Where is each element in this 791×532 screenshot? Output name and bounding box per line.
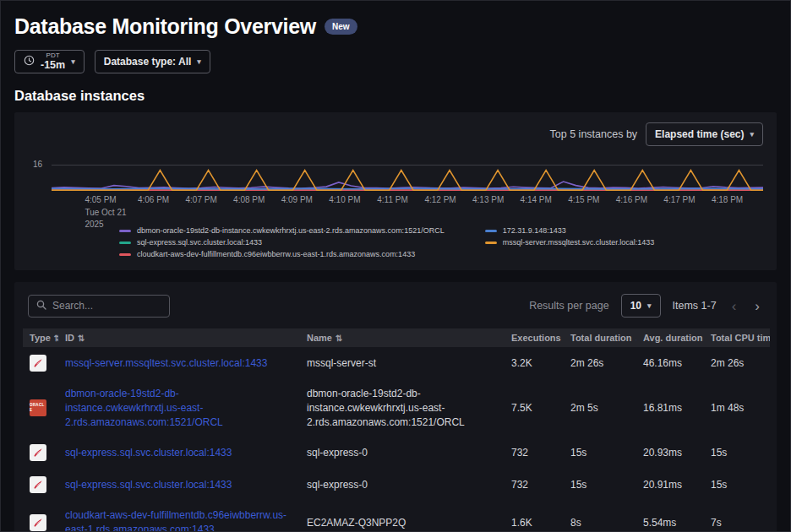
time-range-picker[interactable]: PDT -15m ▾ bbox=[14, 50, 85, 73]
column-header-executions[interactable]: Executions⇅ bbox=[505, 328, 564, 347]
cell-name: mssql-server-st bbox=[300, 347, 505, 379]
legend-swatch bbox=[485, 230, 497, 232]
legend-item[interactable]: sql-express.sql.svc.cluster.local:1433 bbox=[119, 238, 445, 247]
table-header-row: Type⇅ID⇅Name⇅Executions⇅Total duration↓A… bbox=[23, 328, 770, 347]
cell-total-cpu-time: 7s bbox=[704, 501, 770, 532]
legend-column-2: 172.31.9.148:1433mssql-server.mssqltest.… bbox=[485, 226, 655, 258]
chevron-down-icon: ▾ bbox=[750, 130, 754, 138]
sql-server-db-icon bbox=[30, 444, 46, 461]
x-tick: 4:07 PM bbox=[186, 194, 217, 207]
column-header-id[interactable]: ID⇅ bbox=[58, 328, 300, 347]
legend-item[interactable]: dbmon-oracle-19std2-db-instance.cwkewkrh… bbox=[119, 226, 445, 235]
x-tick-time: 4:16 PM bbox=[616, 194, 647, 207]
chart-plot-area[interactable] bbox=[52, 165, 763, 191]
table-toolbar: Results per page 10 ▾ Items 1-7 ‹ › bbox=[23, 292, 768, 318]
table-row: sql-express.sql.svc.cluster.local:1433sq… bbox=[23, 469, 770, 501]
metric-dropdown[interactable]: Elapsed time (sec) ▾ bbox=[646, 122, 763, 146]
x-tick: 4:14 PM bbox=[521, 194, 552, 207]
x-tick: 4:06 PM bbox=[138, 194, 169, 207]
previous-page-button[interactable]: ‹ bbox=[728, 299, 740, 313]
x-tick-date: 2025 bbox=[85, 219, 126, 231]
sort-icon: ⇅ bbox=[335, 334, 342, 343]
x-tick: 4:09 PM bbox=[281, 194, 313, 207]
cell-type bbox=[23, 469, 58, 501]
legend-label: mssql-server.mssqltest.svc.cluster.local… bbox=[503, 238, 655, 247]
instances-chart: 16 4:05 PMTue Oct 2120254:06 PM4:07 PM4:… bbox=[52, 165, 763, 226]
legend-label: cloudkart-aws-dev-fulfillmentdb.c96eiwbb… bbox=[137, 250, 415, 258]
chart-toolbar: Top 5 instances by Elapsed time (sec) ▾ bbox=[28, 122, 763, 146]
table-row: cloudkart-aws-dev-fulfillmentdb.c96eiwbb… bbox=[23, 501, 770, 532]
x-tick: 4:13 PM bbox=[472, 194, 504, 207]
x-tick: 4:18 PM bbox=[712, 194, 743, 207]
column-header-type[interactable]: Type⇅ bbox=[23, 328, 58, 347]
legend-swatch bbox=[119, 253, 131, 256]
column-header-name[interactable]: Name⇅ bbox=[300, 328, 505, 347]
chart-legend: dbmon-oracle-19std2-db-instance.cwkewkrh… bbox=[119, 226, 763, 258]
clock-icon bbox=[24, 55, 35, 68]
x-tick-time: 4:18 PM bbox=[712, 194, 743, 207]
page-header: Database Monitoring Overview New bbox=[14, 14, 777, 39]
legend-item[interactable]: cloudkart-aws-dev-fulfillmentdb.c96eiwbb… bbox=[119, 250, 445, 258]
instance-id-link[interactable]: sql-express.sql.svc.cluster.local:1433 bbox=[65, 479, 232, 491]
sort-icon: ⇅ bbox=[54, 334, 58, 343]
page-size-dropdown[interactable]: 10 ▾ bbox=[621, 294, 661, 318]
pagination-controls: Results per page 10 ▾ Items 1-7 ‹ › bbox=[529, 294, 763, 318]
instances-chart-svg bbox=[52, 166, 763, 191]
top5-label: Top 5 instances by bbox=[550, 128, 638, 140]
new-badge: New bbox=[325, 19, 357, 35]
instances-table-panel: Results per page 10 ▾ Items 1-7 ‹ › Type… bbox=[14, 282, 777, 532]
legend-column-1: dbmon-oracle-19std2-db-instance.cwkewkrh… bbox=[119, 226, 445, 258]
instance-id-link[interactable]: cloudkart-aws-dev-fulfillmentdb.c96eiwbb… bbox=[65, 509, 286, 532]
cell-name: sql-express-0 bbox=[300, 469, 505, 501]
chevron-down-icon: ▾ bbox=[71, 57, 75, 66]
x-tick-date: Tue Oct 21 bbox=[85, 207, 126, 220]
x-tick: 4:08 PM bbox=[233, 194, 265, 207]
column-header-total-duration[interactable]: Total duration↓ bbox=[564, 328, 636, 347]
cell-total-cpu-time: 15s bbox=[704, 469, 770, 501]
instances-table: Type⇅ID⇅Name⇅Executions⇅Total duration↓A… bbox=[23, 328, 770, 532]
search-input-wrapper[interactable] bbox=[28, 295, 170, 318]
legend-item[interactable]: 172.31.9.148:1433 bbox=[485, 226, 655, 235]
legend-swatch bbox=[485, 242, 497, 244]
instance-id-link[interactable]: dbmon-oracle-19std2-db-instance.cwkewkrh… bbox=[65, 388, 223, 428]
y-axis-tick: 16 bbox=[33, 160, 42, 169]
chevron-down-icon: ▾ bbox=[197, 57, 201, 66]
x-tick: 4:12 PM bbox=[424, 194, 456, 207]
next-page-button[interactable]: › bbox=[751, 299, 763, 313]
search-input[interactable] bbox=[52, 300, 161, 312]
x-tick: 4:10 PM bbox=[329, 194, 360, 207]
cell-avg-duration: 46.16ms bbox=[636, 347, 704, 379]
metric-dropdown-value: Elapsed time (sec) bbox=[655, 128, 744, 140]
database-type-dropdown[interactable]: Database type: All ▾ bbox=[95, 50, 210, 73]
cell-name: sql-express-0 bbox=[300, 437, 505, 469]
column-header-avg-duration[interactable]: Avg. duration⇅ bbox=[636, 328, 704, 347]
x-axis-ticks: 4:05 PMTue Oct 2120254:06 PM4:07 PM4:08 … bbox=[52, 191, 763, 226]
cell-id: sql-express.sql.svc.cluster.local:1433 bbox=[58, 469, 300, 501]
x-tick-time: 4:12 PM bbox=[424, 194, 456, 207]
x-tick-time: 4:11 PM bbox=[377, 194, 408, 207]
table-body: mssql-server.mssqltest.svc.cluster.local… bbox=[23, 347, 770, 532]
cell-total-duration: 8s bbox=[564, 501, 636, 532]
cell-executions: 1.6K bbox=[505, 501, 564, 532]
x-tick: 4:05 PMTue Oct 212025 bbox=[85, 194, 126, 231]
table-row: mssql-server.mssqltest.svc.cluster.local… bbox=[23, 347, 770, 379]
x-tick-time: 4:13 PM bbox=[472, 194, 504, 207]
page-size-value: 10 bbox=[630, 300, 641, 312]
instance-id-link[interactable]: mssql-server.mssqltest.svc.cluster.local… bbox=[65, 357, 267, 369]
legend-swatch bbox=[119, 242, 131, 244]
section-title-database-instances: Database instances bbox=[14, 88, 777, 104]
cell-executions: 7.5K bbox=[505, 379, 564, 437]
cell-id: sql-express.sql.svc.cluster.local:1433 bbox=[58, 437, 300, 469]
cell-avg-duration: 20.93ms bbox=[636, 437, 704, 469]
cell-id: dbmon-oracle-19std2-db-instance.cwkewkrh… bbox=[58, 379, 300, 437]
time-range-value: PDT -15m bbox=[41, 52, 65, 71]
cell-total-cpu-time: 1m 48s bbox=[704, 379, 770, 437]
instance-id-link[interactable]: sql-express.sql.svc.cluster.local:1433 bbox=[65, 447, 232, 459]
cell-type bbox=[23, 437, 58, 469]
column-header-total-cpu-time[interactable]: Total CPU time⇅ bbox=[704, 328, 770, 347]
cell-total-duration: 2m 26s bbox=[564, 347, 636, 379]
cell-avg-duration: 5.54ms bbox=[636, 501, 704, 532]
cell-total-duration: 15s bbox=[564, 437, 636, 469]
cell-total-duration: 15s bbox=[564, 469, 636, 501]
legend-item[interactable]: mssql-server.mssqltest.svc.cluster.local… bbox=[485, 238, 655, 247]
